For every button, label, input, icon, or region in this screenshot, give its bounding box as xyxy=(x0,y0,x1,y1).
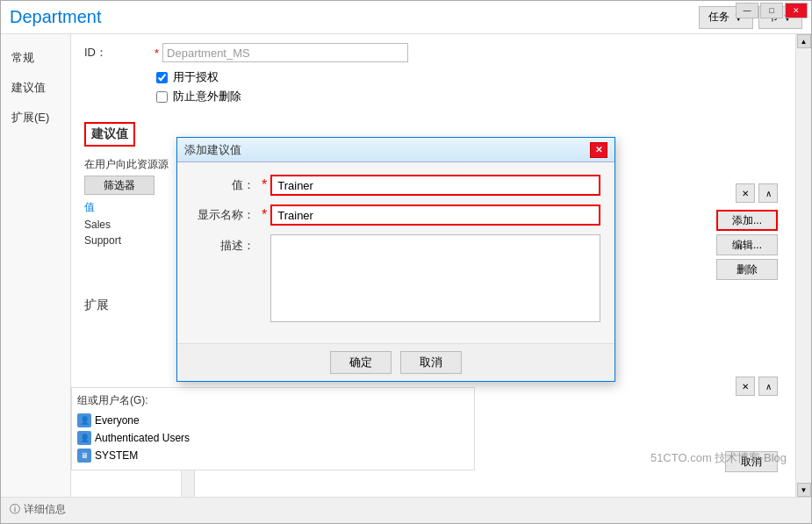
dialog-cancel-button[interactable]: 取消 xyxy=(400,351,462,374)
suggested-up-ctrl[interactable]: ∧ xyxy=(758,183,778,203)
authorized-checkbox[interactable] xyxy=(156,72,168,83)
users-section: 组或用户名(G): 👤 Everyone 👤 Authenticated Use… xyxy=(71,387,475,470)
extension-label: 扩展 xyxy=(84,298,109,312)
sidebar-item-suggested[interactable]: 建议值 xyxy=(1,73,70,103)
filter-button[interactable]: 筛选器 xyxy=(84,176,154,195)
dialog-close-button[interactable]: ✕ xyxy=(590,142,607,158)
main-scrollbar: ▲ ▼ xyxy=(795,34,811,497)
user-name-system: SYSTEM xyxy=(95,449,138,462)
user-icon-authenticated: 👤 xyxy=(77,431,91,445)
user-icon-system: 🖥 xyxy=(77,449,91,463)
user-name-everyone: Everyone xyxy=(95,414,140,427)
dialog-value-label: 值： xyxy=(191,177,262,193)
dialog-title: 添加建议值 xyxy=(184,142,241,158)
user-system: 🖥 SYSTEM xyxy=(77,447,469,464)
maximize-button[interactable]: □ xyxy=(760,3,783,18)
sidebar-item-general[interactable]: 常规 xyxy=(1,43,70,73)
page-title: Department xyxy=(10,7,102,27)
edit-button[interactable]: 编辑... xyxy=(716,234,778,255)
scroll-track-main xyxy=(797,48,811,483)
scroll-down-button[interactable]: ▼ xyxy=(797,483,811,497)
prevent-delete-label: 防止意外删除 xyxy=(173,89,241,104)
user-name-authenticated: Authenticated Users xyxy=(95,432,190,444)
checkbox2-row: 防止意外删除 xyxy=(156,89,782,104)
info-icon: ⓘ xyxy=(10,502,20,517)
top-bar: Department 任务 ▼ 节 ▼ xyxy=(1,1,811,34)
window-close-button[interactable]: ✕ xyxy=(785,3,808,18)
dialog-desc-label: 描述： xyxy=(191,234,262,254)
sidebar-item-extend[interactable]: 扩展(E) xyxy=(1,103,70,133)
dialog-value-star: * xyxy=(262,177,267,193)
id-required-star: * xyxy=(154,47,159,60)
user-authenticated: 👤 Authenticated Users xyxy=(77,429,469,447)
dialog-ok-button[interactable]: 确定 xyxy=(330,351,392,374)
id-input[interactable] xyxy=(162,43,408,62)
suggested-section-header: 建议值 xyxy=(84,122,135,147)
watermark: 51CTO.com 技术博客·Blog xyxy=(650,450,787,466)
dialog-display-input[interactable] xyxy=(270,205,600,226)
add-suggested-dialog: 添加建议值 ✕ 值： * 显示名称： * 描述： * xyxy=(176,137,615,382)
prevent-delete-checkbox[interactable] xyxy=(156,91,168,103)
dialog-body: 值： * 显示名称： * 描述： * xyxy=(177,162,614,343)
authorized-label: 用于授权 xyxy=(173,69,219,85)
info-label: 详细信息 xyxy=(24,502,66,517)
dialog-desc-textarea[interactable] xyxy=(270,234,600,322)
users-label: 组或用户名(G): xyxy=(77,393,469,408)
user-icon-everyone: 👤 xyxy=(77,413,91,427)
left-nav: 常规 建议值 扩展(E) xyxy=(1,34,71,497)
main-window: — □ ✕ Department 任务 ▼ 节 ▼ 常规 建议值 扩展(E) xyxy=(0,0,812,524)
dialog-desc-row: 描述： * xyxy=(191,234,600,322)
dialog-title-bar: 添加建议值 ✕ xyxy=(177,138,614,162)
id-label: ID： xyxy=(84,45,154,61)
dialog-display-row: 显示名称： * xyxy=(191,205,600,226)
dialog-display-star: * xyxy=(262,207,267,223)
dialog-display-label: 显示名称： xyxy=(191,207,262,223)
minimize-button[interactable]: — xyxy=(736,3,758,18)
delete-button[interactable]: 删除 xyxy=(716,259,778,280)
suggested-section-controls: ✕ ∧ xyxy=(736,183,778,203)
add-button[interactable]: 添加... xyxy=(716,210,778,231)
dialog-footer: 确定 取消 xyxy=(177,343,614,381)
window-controls: — □ ✕ xyxy=(736,3,808,18)
id-row: ID： * xyxy=(84,43,782,62)
scroll-up-button[interactable]: ▲ xyxy=(797,34,811,48)
extension-up-ctrl[interactable]: ∧ xyxy=(758,377,778,396)
extension-section-controls: ✕ ∧ xyxy=(736,377,778,396)
extension-close-ctrl[interactable]: ✕ xyxy=(736,377,755,396)
suggested-action-buttons: 添加... 编辑... 删除 xyxy=(716,210,778,280)
checkbox1-row: 用于授权 xyxy=(156,69,782,85)
bottom-bar: ⓘ 详细信息 xyxy=(1,497,811,521)
user-everyone: 👤 Everyone xyxy=(77,412,469,429)
dialog-value-row: 值： * xyxy=(191,175,600,196)
dialog-value-input[interactable] xyxy=(270,175,600,196)
bottom-info[interactable]: ⓘ 详细信息 xyxy=(10,502,66,517)
suggested-close-ctrl[interactable]: ✕ xyxy=(736,183,755,203)
